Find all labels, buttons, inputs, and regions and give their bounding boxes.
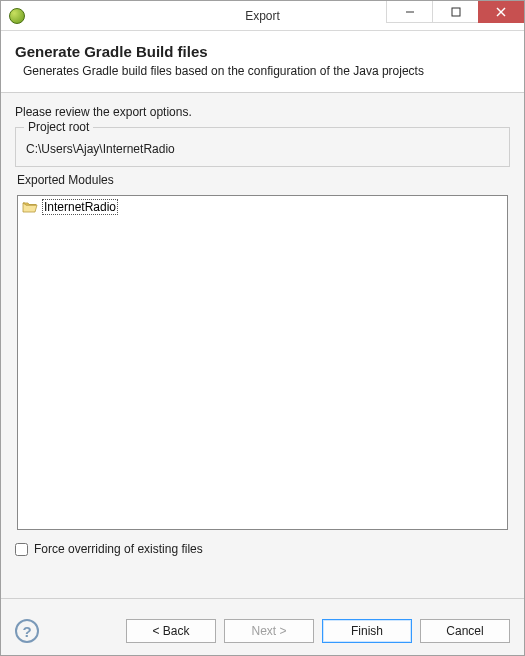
- maximize-icon: [451, 7, 461, 17]
- module-name: InternetRadio: [42, 199, 118, 215]
- back-button[interactable]: < Back: [126, 619, 216, 643]
- minimize-icon: [405, 7, 415, 17]
- folder-open-icon: [22, 200, 38, 214]
- force-override-checkbox-row[interactable]: Force overriding of existing files: [15, 542, 510, 556]
- next-button: Next >: [224, 619, 314, 643]
- close-button[interactable]: [478, 1, 524, 23]
- window-controls: [386, 1, 524, 23]
- wizard-content: Please review the export options. Projec…: [1, 93, 524, 607]
- titlebar[interactable]: Export: [1, 1, 524, 31]
- force-override-label: Force overriding of existing files: [34, 542, 203, 556]
- wizard-header: Generate Gradle Build files Generates Gr…: [1, 31, 524, 93]
- list-item[interactable]: InternetRadio: [20, 198, 505, 216]
- app-icon: [9, 8, 25, 24]
- project-root-group: Project root C:\Users\Ajay\InternetRadio: [15, 127, 510, 167]
- project-root-path: C:\Users\Ajay\InternetRadio: [26, 142, 499, 156]
- export-dialog: Export Generate Gradle Build files Gener…: [0, 0, 525, 656]
- modules-list[interactable]: InternetRadio: [17, 195, 508, 530]
- help-button[interactable]: ?: [15, 619, 39, 643]
- exported-modules-group: Exported Modules InternetRadio: [15, 181, 510, 532]
- exported-modules-label: Exported Modules: [17, 173, 118, 187]
- close-icon: [496, 7, 506, 17]
- button-bar: ? < Back Next > Finish Cancel: [1, 607, 524, 655]
- cancel-button[interactable]: Cancel: [420, 619, 510, 643]
- wizard-subtitle: Generates Gradle build files based on th…: [23, 64, 510, 78]
- force-override-checkbox[interactable]: [15, 543, 28, 556]
- separator: [1, 598, 524, 599]
- wizard-title: Generate Gradle Build files: [15, 43, 510, 60]
- help-icon: ?: [22, 623, 31, 640]
- svg-rect-1: [452, 8, 460, 16]
- minimize-button[interactable]: [386, 1, 432, 23]
- maximize-button[interactable]: [432, 1, 478, 23]
- prompt-text: Please review the export options.: [15, 105, 510, 119]
- finish-button[interactable]: Finish: [322, 619, 412, 643]
- project-root-label: Project root: [24, 120, 93, 134]
